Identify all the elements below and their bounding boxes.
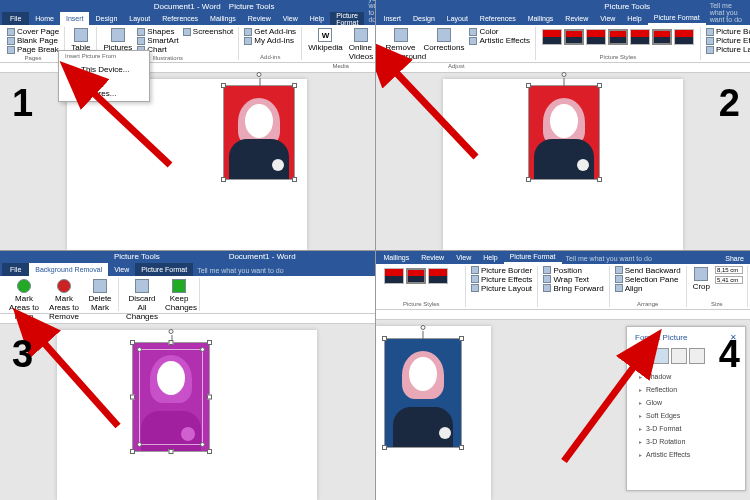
discard-button[interactable]: Discard All Changes bbox=[123, 278, 161, 322]
align-button[interactable]: Align bbox=[614, 284, 644, 293]
resize-handle[interactable] bbox=[526, 177, 531, 182]
send-back-button[interactable]: Send Backward bbox=[614, 266, 682, 275]
picture-styles-gallery[interactable] bbox=[540, 27, 696, 47]
tab-view[interactable]: View bbox=[277, 12, 304, 25]
picture-effects-button[interactable]: Picture Effects bbox=[705, 36, 750, 45]
tab-references[interactable]: References bbox=[474, 12, 522, 25]
resize-handle[interactable] bbox=[130, 449, 135, 454]
tab-background-removal[interactable]: Background Removal bbox=[29, 263, 108, 276]
height-input[interactable] bbox=[714, 266, 743, 274]
tab-help[interactable]: Help bbox=[477, 251, 503, 264]
tab-view[interactable]: View bbox=[450, 251, 477, 264]
screenshot-button[interactable]: Screenshot bbox=[182, 27, 234, 36]
tab-picture-format[interactable]: Picture Format bbox=[648, 12, 706, 25]
style-thumb[interactable] bbox=[652, 29, 672, 45]
style-thumb[interactable] bbox=[674, 29, 694, 45]
style-thumb[interactable] bbox=[406, 268, 426, 284]
tab-view[interactable]: View bbox=[594, 12, 621, 25]
wikipedia-button[interactable]: WWikipedia bbox=[306, 27, 345, 53]
shapes-button[interactable]: Shapes bbox=[136, 27, 180, 36]
tab-file[interactable]: File bbox=[2, 12, 29, 25]
online-video-button[interactable]: Online Videos bbox=[347, 27, 375, 62]
resize-handle[interactable] bbox=[207, 449, 212, 454]
picture-styles-gallery[interactable] bbox=[382, 266, 461, 286]
picture-border-button[interactable]: Picture Border bbox=[470, 266, 533, 275]
mark-keep-button[interactable]: Mark Areas to Keep bbox=[6, 278, 42, 322]
tab-file[interactable]: File bbox=[2, 263, 29, 276]
bring-button[interactable]: Bring Forward bbox=[542, 284, 604, 293]
photo[interactable] bbox=[528, 85, 600, 180]
tab-review[interactable]: Review bbox=[242, 12, 277, 25]
resize-handle[interactable] bbox=[292, 177, 297, 182]
mark-remove-button[interactable]: Mark Areas to Remove bbox=[44, 278, 84, 322]
tab-picture-format[interactable]: Picture Format bbox=[330, 12, 364, 25]
crop-button[interactable]: Crop bbox=[691, 266, 712, 292]
get-addins-button[interactable]: Get Add-ins bbox=[243, 27, 297, 36]
tab-layout[interactable]: Layout bbox=[441, 12, 474, 25]
style-thumb[interactable] bbox=[542, 29, 562, 45]
tell-me[interactable]: Tell me what you want to do bbox=[193, 265, 374, 276]
picture-layout-button[interactable]: Picture Layout bbox=[470, 284, 533, 293]
tab-home[interactable]: Home bbox=[29, 12, 60, 25]
picture-layout-button[interactable]: Picture Layout bbox=[705, 45, 750, 54]
cover-page-button[interactable]: Cover Page bbox=[6, 27, 60, 36]
resize-handle[interactable] bbox=[130, 340, 135, 345]
tab-help[interactable]: Help bbox=[621, 12, 647, 25]
resize-handle[interactable] bbox=[382, 336, 387, 341]
artistic-button[interactable]: Artistic Effects bbox=[468, 36, 531, 45]
resize-handle[interactable] bbox=[459, 445, 464, 450]
tell-me[interactable]: Tell me what you want to do bbox=[364, 0, 374, 25]
tab-mailings[interactable]: Mailings bbox=[522, 12, 560, 25]
style-thumb[interactable] bbox=[428, 268, 448, 284]
tab-view[interactable]: View bbox=[108, 263, 135, 276]
style-thumb[interactable] bbox=[630, 29, 650, 45]
photo-bgremove[interactable] bbox=[132, 342, 210, 452]
resize-handle[interactable] bbox=[221, 83, 226, 88]
rotate-handle[interactable] bbox=[561, 72, 566, 77]
picture-border-button[interactable]: Picture Border bbox=[705, 27, 750, 36]
tab-review[interactable]: Review bbox=[559, 12, 594, 25]
corrections-button[interactable]: Corrections bbox=[422, 27, 467, 53]
resize-handle[interactable] bbox=[459, 336, 464, 341]
resize-handle[interactable] bbox=[382, 445, 387, 450]
tab-layout[interactable]: Layout bbox=[123, 12, 156, 25]
share-button[interactable]: Share bbox=[719, 253, 750, 264]
style-thumb[interactable] bbox=[608, 29, 628, 45]
picture-effects-button[interactable]: Picture Effects bbox=[470, 275, 533, 284]
keep-button[interactable]: Keep Changes bbox=[163, 278, 195, 313]
resize-handle[interactable] bbox=[130, 394, 135, 399]
tab-design[interactable]: Design bbox=[89, 12, 123, 25]
resize-handle[interactable] bbox=[221, 177, 226, 182]
resize-handle[interactable] bbox=[207, 394, 212, 399]
position-button[interactable]: Position bbox=[542, 266, 582, 275]
tell-me[interactable]: Tell me what you want to do bbox=[562, 253, 720, 264]
rotate-handle[interactable] bbox=[257, 72, 262, 77]
selection-button[interactable]: Selection Pane bbox=[614, 275, 680, 284]
tab-insert[interactable]: Insert bbox=[378, 12, 408, 25]
tab-references[interactable]: References bbox=[156, 12, 204, 25]
layout-tab-icon[interactable] bbox=[671, 348, 687, 364]
blank-page-button[interactable]: Blank Page bbox=[6, 36, 59, 45]
tell-me[interactable]: Tell me what you want to do bbox=[706, 0, 750, 25]
wrap-button[interactable]: Wrap Text bbox=[542, 275, 590, 284]
resize-handle[interactable] bbox=[292, 83, 297, 88]
resize-handle[interactable] bbox=[526, 83, 531, 88]
photo-blue[interactable] bbox=[384, 338, 462, 448]
width-input[interactable] bbox=[714, 276, 743, 284]
style-thumb[interactable] bbox=[564, 29, 584, 45]
tab-mailings[interactable]: Mailings bbox=[378, 251, 416, 264]
tab-insert[interactable]: Insert bbox=[60, 12, 90, 25]
resize-handle[interactable] bbox=[597, 83, 602, 88]
rotate-handle[interactable] bbox=[169, 329, 174, 334]
resize-handle[interactable] bbox=[597, 177, 602, 182]
photo[interactable] bbox=[223, 85, 295, 180]
smartart-button[interactable]: SmartArt bbox=[136, 36, 180, 45]
rotate-handle[interactable] bbox=[420, 325, 425, 330]
picture-tab-icon[interactable] bbox=[689, 348, 705, 364]
tab-mailings[interactable]: Mailings bbox=[204, 12, 242, 25]
resize-handle[interactable] bbox=[207, 340, 212, 345]
resize-handle[interactable] bbox=[169, 449, 174, 454]
style-thumb[interactable] bbox=[586, 29, 606, 45]
tab-picture-format[interactable]: Picture Format bbox=[135, 263, 193, 276]
my-addins-button[interactable]: My Add-ins bbox=[243, 36, 295, 45]
